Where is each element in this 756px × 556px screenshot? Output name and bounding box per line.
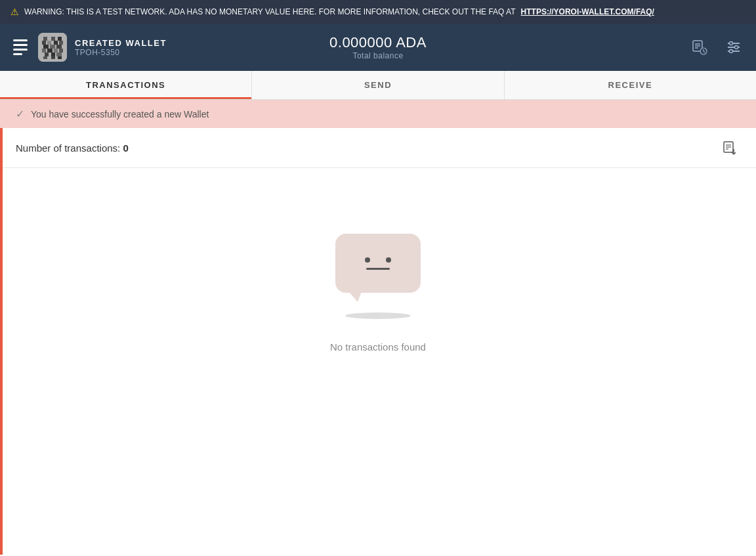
svg-rect-4 — [42, 41, 46, 45]
empty-label: No transactions found — [330, 341, 426, 353]
wallet-avatar — [38, 33, 67, 62]
success-message: You have successfully created a new Wall… — [31, 109, 209, 119]
svg-rect-7 — [59, 41, 63, 45]
tabs: TRANSACTIONS SEND RECEIVE — [0, 71, 756, 100]
header-left: CREATED WALLET TPOH-5350 — [10, 33, 255, 62]
eye-right — [386, 257, 391, 263]
svg-rect-13 — [54, 49, 58, 53]
svg-rect-6 — [54, 41, 58, 45]
warning-link[interactable]: HTTPS://YOROI-WALLET.COM/FAQ/ — [521, 7, 654, 16]
menu-icon[interactable] — [10, 37, 30, 58]
sidebar-indicator — [0, 128, 3, 555]
svg-rect-19 — [51, 56, 55, 59]
svg-rect-9 — [50, 45, 55, 49]
tab-receive[interactable]: RECEIVE — [505, 71, 756, 99]
transaction-count-value: 0 — [123, 142, 128, 154]
settings-icon-btn[interactable] — [722, 35, 746, 59]
svg-rect-10 — [56, 45, 62, 49]
notification-icon-btn[interactable] — [688, 35, 711, 59]
svg-rect-3 — [58, 37, 62, 41]
transactions-header: Number of transactions: 0 — [0, 128, 756, 168]
main-content: Number of transactions: 0 — [0, 128, 756, 555]
export-button[interactable] — [719, 137, 740, 158]
svg-rect-15 — [45, 53, 49, 56]
svg-rect-20 — [58, 56, 62, 59]
settings-icon — [724, 38, 743, 56]
svg-point-32 — [734, 46, 738, 49]
svg-rect-8 — [43, 45, 49, 49]
transaction-count-label: Number of transactions: 0 — [16, 142, 129, 154]
svg-rect-5 — [47, 41, 51, 45]
empty-mouth — [366, 268, 390, 270]
wallet-avatar-svg — [38, 33, 67, 62]
svg-point-33 — [729, 50, 732, 53]
svg-rect-17 — [56, 53, 62, 56]
svg-rect-11 — [42, 49, 46, 53]
header-center: 0.000000 ADA Total balance — [255, 34, 500, 60]
empty-illustration — [326, 221, 430, 326]
svg-rect-12 — [47, 49, 52, 53]
check-icon: ✓ — [16, 108, 24, 120]
svg-rect-1 — [43, 37, 47, 41]
empty-state: No transactions found — [0, 168, 756, 392]
export-icon — [722, 140, 738, 156]
wallet-name: CREATED WALLET — [75, 38, 167, 48]
empty-face — [365, 257, 391, 270]
header: CREATED WALLET TPOH-5350 0.000000 ADA To… — [0, 24, 756, 71]
empty-eyes — [365, 257, 391, 263]
balance-amount: 0.000000 ADA — [329, 34, 427, 51]
wallet-info: CREATED WALLET TPOH-5350 — [75, 38, 167, 57]
empty-chat-bubble — [335, 234, 421, 293]
balance-label: Total balance — [352, 51, 403, 60]
tab-send[interactable]: SEND — [252, 71, 504, 99]
svg-point-31 — [729, 42, 732, 45]
warning-bar: ⚠ WARNING: THIS IS A TEST NETWORK. ADA H… — [0, 0, 756, 24]
eye-left — [365, 257, 370, 263]
success-banner: ✓ You have successfully created a new Wa… — [0, 100, 756, 128]
warning-icon: ⚠ — [10, 7, 19, 17]
svg-rect-2 — [51, 37, 55, 41]
svg-rect-18 — [43, 56, 47, 59]
svg-rect-14 — [59, 49, 63, 53]
notification-icon — [690, 38, 709, 56]
svg-rect-16 — [51, 53, 55, 56]
wallet-id: TPOH-5350 — [75, 48, 167, 57]
warning-text: WARNING: THIS IS A TEST NETWORK. ADA HAS… — [24, 7, 516, 16]
header-right — [501, 35, 746, 59]
empty-shadow — [345, 312, 411, 319]
tab-transactions[interactable]: TRANSACTIONS — [0, 71, 252, 99]
